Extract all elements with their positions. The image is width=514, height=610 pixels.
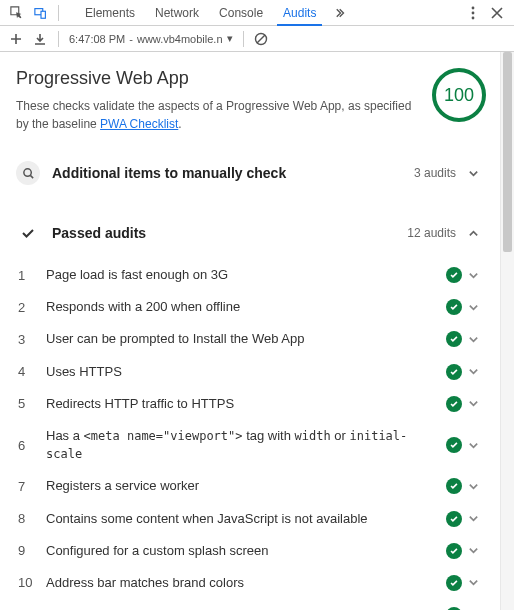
- tab-console[interactable]: Console: [209, 0, 273, 25]
- tab-network[interactable]: Network: [145, 0, 209, 25]
- chevron-down-icon: [468, 302, 486, 313]
- chevron-down-icon: [468, 398, 486, 409]
- chevron-down-icon: [468, 545, 486, 556]
- audit-title: Registers a service worker: [46, 477, 440, 495]
- section-manual-title: Additional items to manually check: [52, 165, 402, 181]
- svg-point-2: [472, 6, 475, 9]
- audit-row[interactable]: 1Page load is fast enough on 3G: [16, 259, 486, 291]
- audit-row[interactable]: 4Uses HTTPS: [16, 356, 486, 388]
- svg-point-4: [472, 16, 475, 19]
- new-audit-icon[interactable]: [10, 33, 24, 45]
- audit-row[interactable]: 8Contains some content when JavaScript i…: [16, 503, 486, 535]
- kebab-menu-icon[interactable]: [462, 2, 484, 24]
- chevron-down-icon: [468, 270, 486, 281]
- pass-check-icon: [446, 331, 462, 347]
- scroll-thumb[interactable]: [503, 52, 512, 252]
- section-passed: Passed audits 12 audits 1Page load is fa…: [16, 213, 486, 610]
- audit-row[interactable]: 2Responds with a 200 when offline: [16, 291, 486, 323]
- scrollbar[interactable]: [500, 52, 514, 610]
- score-gauge: 100: [432, 68, 486, 122]
- audit-title: Address bar matches brand colors: [46, 574, 440, 592]
- chevron-down-icon: [468, 577, 486, 588]
- section-passed-header[interactable]: Passed audits 12 audits: [16, 213, 486, 253]
- section-passed-title: Passed audits: [52, 225, 395, 241]
- check-icon: [16, 221, 40, 245]
- audit-number: 5: [16, 396, 40, 411]
- audit-row[interactable]: 10Address bar matches brand colors: [16, 567, 486, 599]
- tab-audits[interactable]: Audits: [273, 0, 326, 25]
- pass-check-icon: [446, 437, 462, 453]
- audit-number: 3: [16, 332, 40, 347]
- magnify-icon: [16, 161, 40, 185]
- inspect-icon[interactable]: [6, 2, 28, 24]
- audit-title: Page load is fast enough on 3G: [46, 266, 440, 284]
- section-manual-header[interactable]: Additional items to manually check 3 aud…: [16, 153, 486, 193]
- chevron-down-icon: [468, 440, 486, 451]
- audit-number: 4: [16, 364, 40, 379]
- audit-title: Contains some content when JavaScript is…: [46, 510, 440, 528]
- audit-number: 8: [16, 511, 40, 526]
- svg-point-3: [472, 11, 475, 14]
- audit-title: Configured for a custom splash screen: [46, 542, 440, 560]
- tab-elements[interactable]: Elements: [75, 0, 145, 25]
- section-passed-count: 12 audits: [407, 226, 456, 240]
- dropdown-caret-icon: ▾: [227, 32, 233, 45]
- audit-report: Progressive Web App These checks validat…: [0, 52, 514, 610]
- devtools-top-toolbar: Elements Network Console Audits: [0, 0, 514, 26]
- audit-number: 2: [16, 300, 40, 315]
- report-description: These checks validate the aspects of a P…: [16, 97, 420, 133]
- divider: [58, 5, 59, 21]
- audit-row[interactable]: 9Configured for a custom splash screen: [16, 535, 486, 567]
- pwa-checklist-link[interactable]: PWA Checklist: [100, 117, 178, 131]
- pass-check-icon: [446, 364, 462, 380]
- pass-check-icon: [446, 575, 462, 591]
- audit-number: 1: [16, 268, 40, 283]
- audits-sub-toolbar: 6:47:08 PM - www.vb4mobile.n ▾: [0, 26, 514, 52]
- timestamp: 6:47:08 PM: [69, 33, 125, 45]
- device-toggle-icon[interactable]: [30, 2, 52, 24]
- audit-title: Uses HTTPS: [46, 363, 440, 381]
- chevron-down-icon: [468, 513, 486, 524]
- audit-number: 10: [16, 575, 40, 590]
- audit-row[interactable]: 7Registers a service worker: [16, 470, 486, 502]
- audit-title: Has a <meta name="viewport"> tag with wi…: [46, 427, 440, 463]
- pass-check-icon: [446, 543, 462, 559]
- svg-rect-1: [41, 11, 45, 18]
- audit-title: Content is sized correctly for the viewp…: [46, 606, 440, 610]
- score-value: 100: [444, 85, 474, 106]
- audit-url: www.vb4mobile.n: [137, 33, 223, 45]
- pass-check-icon: [446, 299, 462, 315]
- section-manual: Additional items to manually check 3 aud…: [16, 153, 486, 193]
- audit-row[interactable]: 3User can be prompted to Install the Web…: [16, 323, 486, 355]
- close-icon[interactable]: [486, 2, 508, 24]
- download-icon[interactable]: [34, 33, 48, 45]
- passed-audit-list: 1Page load is fast enough on 3G2Responds…: [16, 259, 486, 610]
- chevron-down-icon: [468, 481, 486, 492]
- chevron-down-icon: [468, 334, 486, 345]
- chevron-down-icon: [468, 366, 486, 377]
- audit-title: Responds with a 200 when offline: [46, 298, 440, 316]
- audit-row[interactable]: 5Redirects HTTP traffic to HTTPS: [16, 388, 486, 420]
- pass-check-icon: [446, 478, 462, 494]
- audit-number: 6: [16, 438, 40, 453]
- audit-title: User can be prompted to Install the Web …: [46, 330, 440, 348]
- audit-row[interactable]: 6Has a <meta name="viewport"> tag with w…: [16, 420, 486, 470]
- svg-point-6: [23, 168, 30, 175]
- pass-check-icon: [446, 396, 462, 412]
- chevron-up-icon: [468, 228, 486, 239]
- audit-row[interactable]: 11Content is sized correctly for the vie…: [16, 599, 486, 610]
- report-title: Progressive Web App: [16, 68, 420, 89]
- audit-run-selector[interactable]: 6:47:08 PM - www.vb4mobile.n ▾: [69, 32, 233, 45]
- pass-check-icon: [446, 511, 462, 527]
- pass-check-icon: [446, 267, 462, 283]
- tabs-overflow-icon[interactable]: [326, 0, 358, 25]
- devtools-tabs: Elements Network Console Audits: [75, 0, 358, 25]
- clear-icon[interactable]: [254, 32, 270, 46]
- audit-number: 9: [16, 543, 40, 558]
- audit-title: Redirects HTTP traffic to HTTPS: [46, 395, 440, 413]
- section-manual-count: 3 audits: [414, 166, 456, 180]
- audit-number: 7: [16, 479, 40, 494]
- chevron-down-icon: [468, 168, 486, 179]
